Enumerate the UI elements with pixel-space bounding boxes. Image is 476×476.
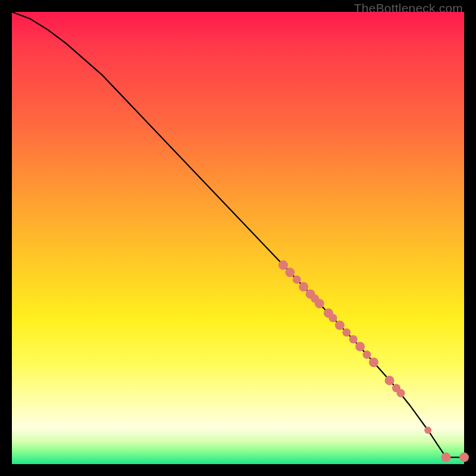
highlight-point (329, 314, 337, 322)
plot-area (12, 12, 464, 464)
highlight-point (315, 299, 324, 308)
highlight-point (441, 453, 451, 462)
highlight-point (369, 358, 378, 367)
highlight-point (349, 335, 358, 343)
highlight-point (363, 350, 371, 359)
chart-svg (12, 12, 464, 464)
highlight-point (299, 282, 308, 292)
highlight-point (355, 342, 365, 351)
highlight-point (385, 375, 394, 385)
highlight-point (293, 275, 301, 284)
highlight-point (342, 328, 350, 337)
highlight-point (424, 427, 431, 434)
chart-frame: TheBottleneck.com (0, 0, 476, 476)
highlight-point (397, 389, 405, 397)
highlight-point (285, 268, 295, 277)
highlight-point (278, 261, 288, 270)
highlight-point (459, 453, 469, 462)
highlight-point (335, 321, 345, 330)
